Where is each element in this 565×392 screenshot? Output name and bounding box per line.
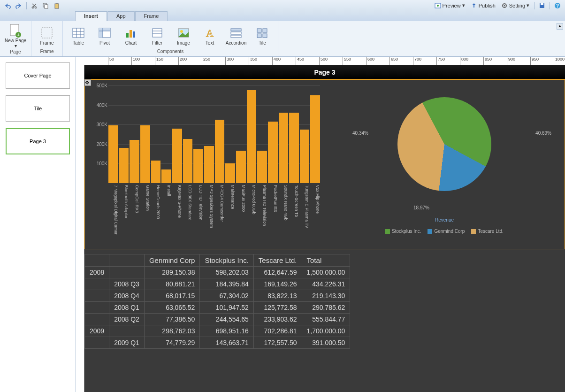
svg-rect-17 — [42, 28, 52, 38]
frame-button[interactable]: Frame — [34, 24, 60, 46]
bar[interactable] — [119, 148, 129, 183]
svg-rect-41 — [263, 29, 267, 32]
bar[interactable] — [183, 139, 193, 183]
svg-rect-29 — [130, 30, 132, 38]
bar[interactable] — [215, 120, 225, 183]
table-row[interactable]: 2008 Q163,065.52101,947.52125,772.58290,… — [85, 302, 350, 314]
bar-label: MP3 Speakers System — [204, 185, 214, 246]
bar-label: MPEG4 Camcorder — [215, 185, 225, 246]
group-label: Components — [66, 49, 275, 55]
bar[interactable] — [151, 161, 161, 183]
image-button[interactable]: Image — [171, 24, 196, 46]
preview-button[interactable]: Preview▾ — [433, 1, 467, 10]
publish-button[interactable]: Publish — [469, 1, 497, 10]
svg-rect-43 — [263, 34, 267, 38]
pivot-button[interactable]: Pivot — [92, 24, 117, 46]
bar[interactable] — [140, 125, 150, 183]
bar[interactable] — [130, 140, 139, 183]
text-icon: A — [202, 25, 217, 40]
pie-axis-label: Revenue — [324, 217, 565, 223]
save-button[interactable] — [537, 1, 547, 10]
bar-label: Touch-Screen T5 — [289, 185, 299, 246]
pie-chart-panel[interactable]: 40.69% 18.97% 40.34% Revenue Stockplus I… — [324, 80, 565, 249]
redo-button[interactable] — [14, 1, 23, 10]
pie-chart — [397, 97, 491, 191]
accordion-icon — [229, 25, 244, 40]
nav-page-2[interactable]: Page 3 — [6, 128, 70, 154]
bar-label: LCD HD Television — [193, 185, 203, 246]
tab-app[interactable]: App — [107, 11, 135, 21]
pie-label: 40.69% — [535, 131, 551, 136]
svg-rect-4 — [55, 4, 59, 8]
bar[interactable] — [268, 122, 278, 183]
text-button[interactable]: AText — [197, 24, 222, 46]
chart-button[interactable]: Chart — [118, 24, 144, 46]
svg-rect-5 — [56, 3, 58, 4]
table-row[interactable]: 2008289,150.38598,202.03612,647.591,500,… — [85, 267, 350, 278]
svg-rect-25 — [99, 28, 110, 31]
setting-button[interactable]: Setting▾ — [499, 1, 531, 10]
move-handle[interactable]: ✥ — [84, 79, 91, 86]
chevron-down-icon: ▾ — [462, 2, 465, 8]
accordion-button[interactable]: Accordion — [223, 24, 249, 46]
bar[interactable] — [225, 163, 235, 183]
bar[interactable] — [204, 146, 214, 183]
table-row[interactable]: 2009298,762.03698,951.16702,286.811,700,… — [85, 325, 350, 337]
bar-label: SoundX Nano 4Gb — [279, 185, 289, 246]
help-button[interactable]: ? — [553, 1, 562, 10]
bar-label: V5x Flip Phone — [310, 185, 320, 246]
svg-rect-3 — [45, 5, 48, 8]
bar[interactable] — [108, 125, 118, 183]
bar-label: Plasma HD Television — [257, 185, 267, 246]
nav-page-1[interactable]: Tile — [6, 95, 70, 122]
tab-insert[interactable]: Insert — [75, 11, 107, 21]
copy-button[interactable] — [41, 1, 50, 10]
bar[interactable] — [310, 95, 320, 183]
pie-label: 40.34% — [352, 131, 368, 136]
column-header: Stockplus Inc. — [200, 254, 253, 267]
bar-label: LCD 36X Standard — [183, 185, 193, 246]
bar-label: Tungsten E Plasma TV — [300, 185, 310, 246]
ruler-horizontal: 5010015020025030035040045050055060065070… — [76, 57, 565, 65]
collapse-ribbon-button[interactable]: ▴ — [557, 23, 563, 30]
bar[interactable] — [236, 151, 246, 183]
pivot-table[interactable]: Genmind CorpStockplus Inc.Tescare Ltd.To… — [84, 254, 350, 349]
bar[interactable] — [279, 113, 289, 183]
bar-label: PocketFun ES — [268, 185, 278, 246]
table-row[interactable]: 2009 Q174,779.29143,663.71172,557.50391,… — [85, 337, 350, 349]
filter-button[interactable]: Filter — [145, 24, 170, 46]
bar[interactable] — [193, 149, 203, 183]
column-header: Total — [302, 254, 350, 267]
dashboard-canvas[interactable]: Page 3 ✥ 100K200K300K400K500K 7 Megapixe… — [84, 65, 565, 392]
tab-frame[interactable]: Frame — [135, 11, 168, 21]
table-row[interactable]: 2008 Q277,386.50244,554.65233,903.62555,… — [85, 314, 350, 325]
svg-rect-38 — [231, 32, 241, 34]
new-page-button[interactable]: + New Page ▾ — [3, 22, 28, 49]
bar-label: Bluetooth Adaptor — [119, 185, 129, 246]
svg-rect-31 — [153, 29, 162, 37]
page-title: Page 3 — [84, 65, 565, 79]
undo-button[interactable] — [3, 1, 12, 10]
table-button[interactable]: Table — [66, 24, 91, 46]
page-navigator: Cover PageTilePage 3 — [0, 57, 76, 392]
bar-label: KeyMax S-Phone — [172, 185, 182, 246]
frame-icon — [39, 25, 54, 40]
paste-button[interactable] — [52, 1, 61, 10]
bar[interactable] — [289, 113, 299, 183]
nav-page-0[interactable]: Cover Page — [6, 62, 70, 89]
bar-chart-panel[interactable]: 100K200K300K400K500K 7 Megapixel Digital… — [85, 80, 324, 249]
bar[interactable] — [161, 169, 171, 183]
table-row[interactable]: 2008 Q468,017.1567,304.0283,822.13219,14… — [85, 290, 350, 302]
chevron-down-icon: ▾ — [527, 2, 529, 8]
cut-button[interactable] — [30, 1, 39, 10]
table-row[interactable]: 2008 Q380,681.21184,395.84169,149.26434,… — [85, 278, 350, 290]
bar[interactable] — [257, 151, 267, 183]
quick-access-toolbar: Preview▾ Publish Setting▾ ? — [0, 0, 565, 11]
bar[interactable] — [300, 130, 310, 183]
legend-item: Tescare Ltd. — [471, 229, 503, 234]
svg-rect-28 — [126, 33, 129, 38]
tile-button[interactable]: Tile — [250, 24, 275, 46]
ribbon: + New Page ▾ Page Frame Frame TablePivot… — [0, 21, 565, 57]
bar[interactable] — [247, 90, 257, 183]
bar[interactable] — [172, 129, 182, 183]
